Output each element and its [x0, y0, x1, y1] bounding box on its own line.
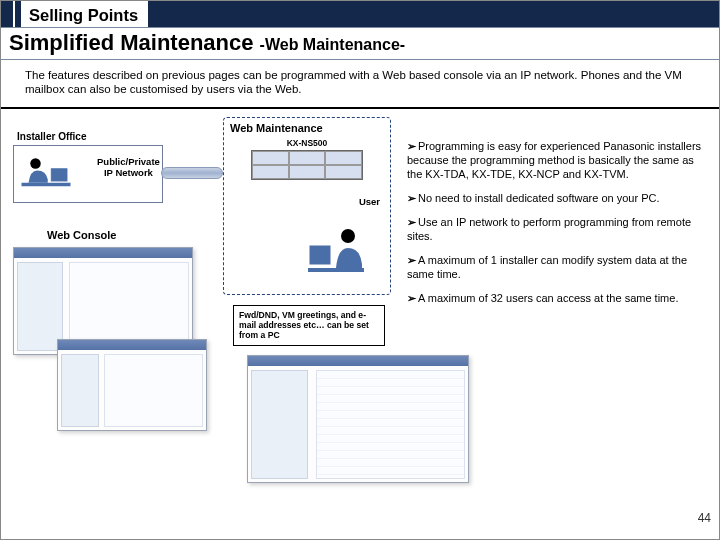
console-screenshot-3 [247, 355, 469, 483]
bullet-item: ➢A maximum of 1 installer can modify sys… [407, 253, 709, 281]
installer-person-icon [19, 153, 73, 195]
bullet-item: ➢A maximum of 32 users can access at the… [407, 291, 709, 305]
user-person-icon [306, 220, 366, 282]
network-label: Public/Private IP Network [97, 157, 160, 179]
device-chassis-icon [251, 150, 363, 180]
svg-point-2 [30, 158, 41, 169]
svg-rect-1 [51, 169, 67, 181]
bullet-item: ➢No need to install dedicated software o… [407, 191, 709, 205]
page-number: 44 [698, 511, 711, 525]
chevron-icon: ➢ [407, 254, 416, 266]
page-subtitle: -Web Maintenance- [260, 36, 406, 53]
bullet-item: ➢Use an IP network to perform programmin… [407, 215, 709, 243]
chevron-icon: ➢ [407, 140, 416, 152]
device-model-label: KX-NS500 [230, 138, 384, 148]
content-area: Installer Office Public/Private IP Netwo… [1, 109, 719, 529]
svg-rect-4 [310, 246, 330, 264]
page-title-row: Simplified Maintenance -Web Maintenance- [1, 27, 719, 60]
chevron-icon: ➢ [407, 216, 416, 228]
installer-office-label: Installer Office [17, 131, 86, 142]
svg-rect-3 [308, 268, 364, 272]
web-maintenance-panel: Web Maintenance KX-NS500 User [223, 117, 391, 295]
bullet-item: ➢Programming is easy for experienced Pan… [407, 139, 709, 181]
svg-rect-0 [22, 183, 71, 187]
chevron-icon: ➢ [407, 292, 416, 304]
user-label: User [359, 196, 380, 207]
header-fill [148, 1, 719, 27]
network-pipe-icon [161, 167, 223, 179]
page-title: Simplified Maintenance [9, 30, 260, 55]
section-title: Selling Points [21, 1, 148, 27]
web-console-label: Web Console [47, 229, 116, 241]
user-note-box: Fwd/DND, VM greetings, and e-mail addres… [233, 305, 385, 346]
svg-point-5 [341, 229, 355, 243]
console-screenshot-2 [57, 339, 207, 431]
intro-text: The features described on previous pages… [1, 60, 719, 109]
header-accent [1, 1, 15, 27]
web-maintenance-title: Web Maintenance [230, 122, 384, 134]
header-bar: Selling Points [1, 1, 719, 27]
bullet-list: ➢Programming is easy for experienced Pan… [407, 139, 709, 316]
chevron-icon: ➢ [407, 192, 416, 204]
